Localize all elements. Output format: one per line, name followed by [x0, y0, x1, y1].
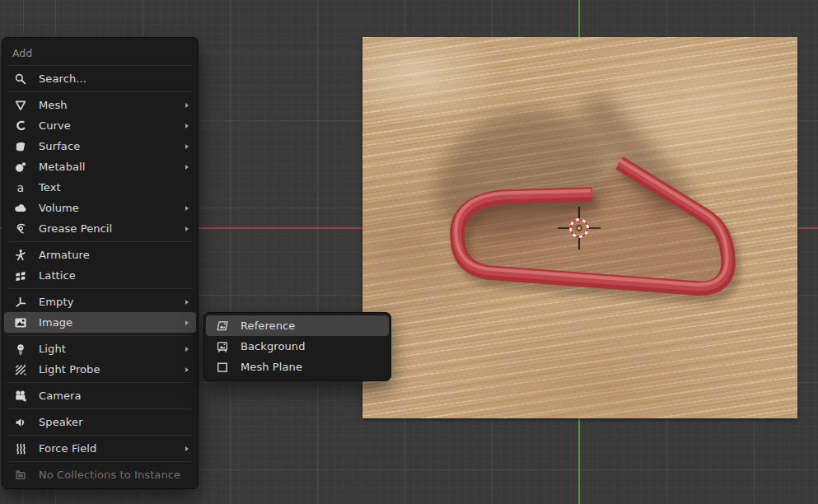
submenu-item-label: Background	[241, 340, 381, 352]
menu-separator	[8, 335, 192, 336]
menu-separator	[8, 435, 192, 436]
submenu-arrow-icon	[185, 165, 189, 170]
menu-item-label: Volume	[39, 202, 180, 214]
menu-item-armature[interactable]: Armature	[4, 245, 196, 265]
submenu-arrow-icon	[185, 300, 189, 305]
menu-item-mesh[interactable]: Mesh	[4, 95, 196, 115]
menu-item-label: Curve	[39, 119, 180, 132]
menu-item-light-probe[interactable]: Light Probe	[4, 359, 196, 380]
submenu-arrow-icon	[185, 226, 189, 231]
menu-item-image[interactable]: Image	[4, 312, 196, 333]
3d-cursor[interactable]	[554, 203, 604, 253]
svg-text:a: a	[17, 181, 25, 194]
camera-icon	[14, 390, 27, 403]
menu-item-no-collections: No Collections to Instance	[4, 464, 196, 485]
menu-item-label: Force Field	[39, 442, 180, 455]
menu-title: Add	[2, 38, 198, 63]
surface-icon	[14, 140, 27, 153]
menu-item-surface[interactable]: Surface	[4, 136, 196, 156]
menu-item-search[interactable]: Search...	[4, 68, 196, 89]
menu-separator	[8, 288, 192, 289]
menu-item-label: Speaker	[39, 416, 189, 428]
submenu-item-label: Reference	[241, 320, 381, 332]
metaball-icon	[14, 161, 27, 174]
submenu-arrow-icon	[185, 367, 189, 372]
menu-item-camera[interactable]: Camera	[4, 385, 196, 406]
menu-item-empty[interactable]: Empty	[4, 292, 196, 312]
submenu-item-reference[interactable]: Reference	[206, 315, 389, 336]
menu-item-label: Light Probe	[39, 363, 180, 376]
curve-icon	[14, 119, 27, 133]
menu-item-label: Image	[39, 316, 180, 329]
submenu-item-label: Mesh Plane	[241, 361, 381, 373]
submenu-arrow-icon	[185, 320, 189, 325]
menu-separator	[8, 65, 192, 66]
menu-item-speaker[interactable]: Speaker	[4, 412, 196, 432]
lattice-icon	[14, 269, 27, 282]
image-background-icon	[216, 340, 229, 353]
force-field-icon	[14, 442, 27, 455]
submenu-arrow-icon	[185, 144, 189, 149]
search-icon	[14, 72, 27, 86]
submenu-arrow-icon	[185, 446, 189, 451]
image-reference-icon	[216, 320, 229, 333]
menu-item-label: Metaball	[39, 161, 180, 173]
collection-instance-icon	[14, 469, 27, 482]
add-menu-panel: Add Search... Mesh Curve	[2, 37, 199, 489]
menu-separator	[8, 91, 192, 92]
mesh-plane-icon	[216, 361, 229, 374]
menu-separator	[8, 408, 192, 409]
menu-item-label: Search...	[39, 72, 189, 85]
menu-separator	[8, 241, 192, 242]
menu-item-volume[interactable]: Volume	[4, 198, 196, 218]
menu-item-metaball[interactable]: Metaball	[4, 156, 196, 177]
menu-item-label: Grease Pencil	[39, 222, 180, 235]
mesh-icon	[14, 99, 27, 112]
speaker-icon	[14, 416, 27, 429]
submenu-arrow-icon	[185, 206, 189, 211]
menu-item-label: Surface	[39, 140, 180, 152]
menu-item-label: Light	[39, 343, 180, 355]
cursor-center-dot	[577, 226, 582, 231]
menu-item-label: Lattice	[39, 269, 189, 282]
menu-item-grease-pencil[interactable]: Grease Pencil	[4, 218, 196, 239]
text-icon: a	[14, 181, 27, 194]
menu-item-label: Mesh	[39, 99, 180, 111]
empty-icon	[14, 296, 27, 309]
menu-separator	[8, 461, 192, 462]
menu-item-label: No Collections to Instance	[39, 469, 189, 481]
menu-item-label: Text	[39, 181, 189, 194]
image-submenu-panel: Reference Background Mesh Plane	[203, 312, 391, 381]
menu-item-label: Camera	[39, 390, 189, 402]
menu-item-text[interactable]: a Text	[4, 177, 196, 198]
light-icon	[14, 343, 27, 356]
grease-pencil-icon	[14, 222, 27, 236]
light-probe-icon	[14, 363, 27, 376]
image-icon	[14, 316, 27, 329]
menu-separator	[8, 382, 192, 383]
menu-item-lattice[interactable]: Lattice	[4, 265, 196, 286]
menu-item-label: Empty	[39, 296, 180, 308]
submenu-item-background[interactable]: Background	[206, 336, 389, 357]
menu-item-light[interactable]: Light	[4, 338, 196, 359]
menu-item-curve[interactable]: Curve	[4, 115, 196, 136]
menu-item-force-field[interactable]: Force Field	[4, 438, 196, 459]
armature-icon	[14, 249, 27, 262]
submenu-arrow-icon	[185, 124, 189, 128]
blender-screen: Add Search... Mesh Curve	[0, 0, 818, 504]
submenu-arrow-icon	[185, 347, 189, 352]
volume-icon	[14, 202, 27, 215]
submenu-arrow-icon	[185, 103, 189, 108]
submenu-item-mesh-plane[interactable]: Mesh Plane	[206, 357, 389, 377]
menu-item-label: Armature	[39, 249, 189, 261]
